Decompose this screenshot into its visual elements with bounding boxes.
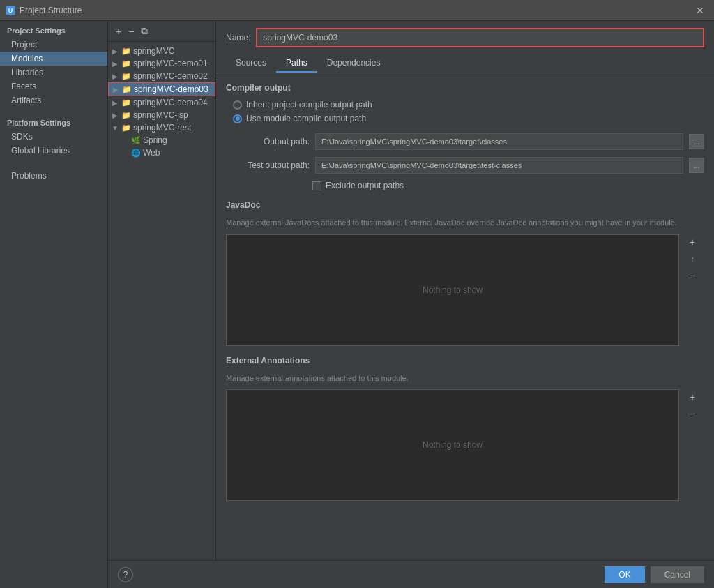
sidebar-item-problems[interactable]: Problems <box>0 169 107 183</box>
javadoc-move-up-button[interactable]: ↑ <box>685 251 700 266</box>
name-label: Name: <box>226 33 250 43</box>
tree-item-springmvc-demo02[interactable]: ▶ 📁 springMVC-demo02 <box>108 70 215 82</box>
sidebar-item-libraries[interactable]: Libraries <box>0 66 107 80</box>
ext-annotations-list-container: Nothing to show + − <box>226 389 679 501</box>
spring-icon: 🌿 <box>130 135 142 145</box>
tree-item-spring[interactable]: 🌿 Spring <box>118 134 215 146</box>
folder-icon-rest: 📁 <box>121 123 132 133</box>
help-button[interactable]: ? <box>118 567 133 582</box>
sidebar-item-sdks[interactable]: SDKs <box>0 130 107 144</box>
test-output-path-browse-button[interactable]: ... <box>689 158 704 173</box>
folder-icon-springmvc: 📁 <box>121 46 132 56</box>
tree-item-springmvc-demo01[interactable]: ▶ 📁 springMVC-demo01 <box>108 57 215 70</box>
sidebar-item-global-libraries[interactable]: Global Libraries <box>0 144 107 158</box>
output-path-label: Output path: <box>233 137 310 146</box>
copy-module-button[interactable]: ⧉ <box>139 24 150 38</box>
tab-dependencies[interactable]: Dependencies <box>317 54 390 73</box>
test-output-path-row: Test output path: ... <box>233 157 704 174</box>
module-tree: ▶ 📁 springMVC ▶ 📁 springMVC-demo01 ▶ 📁 <box>108 42 215 560</box>
radio-use-module[interactable]: Use module compile output path <box>233 114 704 123</box>
window-title: Project Structure <box>20 6 82 15</box>
tree-item-web[interactable]: 🌐 Web <box>118 146 215 159</box>
collapse-arrow-springmvc: ▶ <box>111 47 119 55</box>
output-path-row: Output path: ... <box>233 133 704 150</box>
detail-panel: Name: Sources Paths Dependencies <box>216 21 714 560</box>
tabs-row: Sources Paths Dependencies <box>216 54 714 73</box>
title-bar: U Project Structure ✕ <box>0 0 714 21</box>
folder-icon-demo03: 📁 <box>121 84 132 94</box>
main-content: Project Settings Project Modules Librari… <box>0 21 714 588</box>
tree-label-springmvc: springMVC <box>133 46 174 56</box>
tab-sources[interactable]: Sources <box>226 54 276 73</box>
radio-inherit[interactable]: Inherit project compile output path <box>233 100 704 110</box>
sidebar-item-artifacts[interactable]: Artifacts <box>0 93 107 107</box>
tree-label-spring: Spring <box>143 135 167 145</box>
radio-circle-inherit <box>233 100 242 110</box>
paths-content: Compiler output Inherit project compile … <box>216 73 714 560</box>
ext-annotations-description: Manage external annotations attached to … <box>226 372 704 384</box>
compiler-output-heading: Compiler output <box>226 83 704 93</box>
tree-label-demo04: springMVC-demo04 <box>133 98 208 107</box>
output-path-input[interactable] <box>315 133 683 150</box>
javadoc-add-button[interactable]: + <box>685 234 700 250</box>
module-list-panel: + − ⧉ ▶ 📁 springMVC ▶ 📁 springMVC <box>108 21 216 560</box>
tree-item-springmvc-rest[interactable]: ▼ 📁 springMVC-rest <box>108 121 215 134</box>
tree-item-springmvc[interactable]: ▶ 📁 springMVC <box>108 45 215 57</box>
output-path-browse-button[interactable]: ... <box>689 134 704 149</box>
collapse-arrow-demo01: ▶ <box>111 60 119 68</box>
tree-item-springmvc-demo03[interactable]: ▶ 📁 springMVC-demo03 <box>108 82 215 96</box>
javadoc-list: Nothing to show <box>226 234 679 346</box>
module-name-input[interactable] <box>256 28 704 47</box>
ext-annotations-section: External Annotations Manage external ann… <box>226 356 704 502</box>
sidebar-item-modules[interactable]: Modules <box>0 52 107 66</box>
collapse-arrow-demo04: ▶ <box>111 99 119 107</box>
add-module-button[interactable]: + <box>114 24 123 38</box>
sidebar: Project Settings Project Modules Librari… <box>0 21 108 588</box>
remove-module-button[interactable]: − <box>126 24 136 38</box>
project-settings-heading: Project Settings <box>0 21 107 38</box>
compiler-output-radio-group: Inherit project compile output path Use … <box>233 100 704 123</box>
sidebar-item-project[interactable]: Project <box>0 38 107 52</box>
name-row: Name: <box>216 21 714 54</box>
folder-icon-demo04: 📁 <box>121 98 132 107</box>
javadoc-controls: + ↑ − <box>685 234 700 283</box>
test-output-path-input[interactable] <box>315 157 683 174</box>
cancel-button[interactable]: Cancel <box>651 566 704 583</box>
exclude-label: Exclude output paths <box>326 181 404 190</box>
collapse-arrow-demo02: ▶ <box>111 73 119 80</box>
ext-annotations-controls: + − <box>685 389 700 421</box>
ok-button[interactable]: OK <box>605 566 644 583</box>
javadoc-list-container: Nothing to show + ↑ − <box>226 234 679 346</box>
tree-label-web: Web <box>143 148 160 158</box>
bottom-bar: ? OK Cancel <box>108 560 714 588</box>
folder-icon-demo02: 📁 <box>121 71 132 81</box>
ext-annotations-heading: External Annotations <box>226 356 704 365</box>
ext-annotations-remove-button[interactable]: − <box>685 406 700 421</box>
module-toolbar: + − ⧉ <box>108 21 215 42</box>
bottom-buttons: OK Cancel <box>605 566 704 583</box>
tree-item-springmvc-demo04[interactable]: ▶ 📁 springMVC-demo04 <box>108 96 215 109</box>
tree-label-rest: springMVC-rest <box>133 123 191 133</box>
tree-label-demo03: springMVC-demo03 <box>134 84 208 94</box>
ext-annotations-empty-text: Nothing to show <box>423 440 483 450</box>
javadoc-remove-button[interactable]: − <box>685 268 700 283</box>
platform-settings-heading: Platform Settings <box>0 113 107 130</box>
tab-paths[interactable]: Paths <box>276 54 317 73</box>
folder-icon-jsp: 📁 <box>121 110 132 120</box>
collapse-arrow-jsp: ▶ <box>111 112 119 119</box>
tree-item-springmvc-jsp[interactable]: ▶ 📁 springMVC-jsp <box>108 109 215 121</box>
folder-icon-demo01: 📁 <box>121 59 132 68</box>
collapse-arrow-demo03: ▶ <box>112 86 120 93</box>
tree-label-jsp: springMVC-jsp <box>133 110 188 120</box>
sidebar-item-facets[interactable]: Facets <box>0 80 107 93</box>
radio-inherit-label: Inherit project compile output path <box>246 100 372 110</box>
title-bar-left: U Project Structure <box>6 6 82 15</box>
split-container: + − ⧉ ▶ 📁 springMVC ▶ 📁 springMVC <box>108 21 714 560</box>
close-button[interactable]: ✕ <box>692 3 708 17</box>
exclude-checkbox-row[interactable]: Exclude output paths <box>312 181 704 190</box>
ext-annotations-add-button[interactable]: + <box>685 389 700 405</box>
exclude-checkbox[interactable] <box>312 181 321 190</box>
radio-circle-use-module <box>233 114 242 123</box>
collapse-arrow-rest: ▼ <box>111 124 119 132</box>
javadoc-heading: JavaDoc <box>226 200 704 210</box>
